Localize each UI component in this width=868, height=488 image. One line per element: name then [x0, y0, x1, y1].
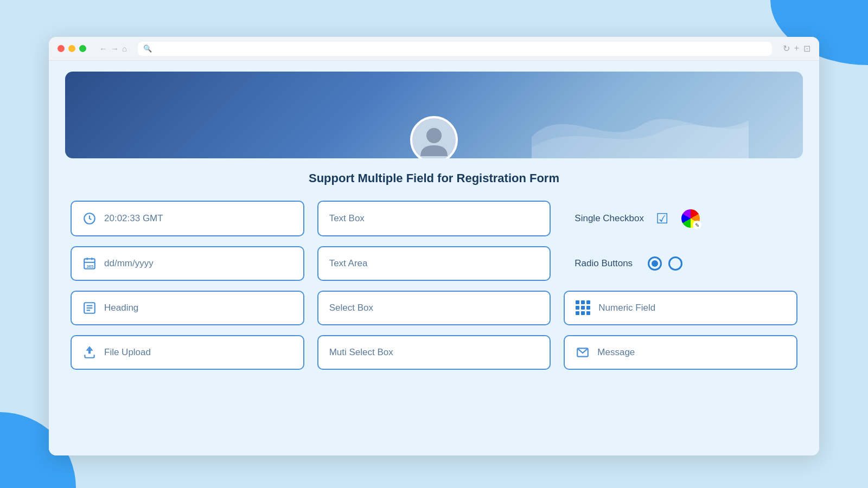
fields-grid: 20:02:33 GMT Text Box Single Checkbox ☑ …	[65, 201, 803, 370]
profile-avatar-wrapper	[410, 116, 458, 158]
traffic-lights	[58, 45, 86, 52]
maximize-button[interactable]	[79, 45, 86, 52]
browser-actions: ↻ + ⊡	[783, 43, 810, 54]
field-text-box[interactable]: Text Box	[317, 201, 551, 236]
clock-icon	[82, 211, 97, 226]
field-numeric-label: Numeric Field	[598, 303, 655, 313]
field-radio-label: Radio Buttons	[575, 258, 633, 269]
profile-banner	[65, 72, 803, 158]
banner-wave	[532, 93, 749, 158]
minimize-button[interactable]	[68, 45, 75, 52]
radio-selected-icon	[648, 256, 662, 271]
dots-icon	[576, 300, 591, 316]
close-button[interactable]	[58, 45, 65, 52]
field-file-upload[interactable]: File Upload	[71, 335, 304, 370]
field-time[interactable]: 20:02:33 GMT	[71, 201, 304, 236]
field-checkbox[interactable]: Single Checkbox ☑ ✎	[564, 201, 797, 236]
field-radio[interactable]: Radio Buttons	[564, 246, 797, 281]
address-bar[interactable]: 🔍	[138, 42, 772, 56]
calendar-icon: 365	[82, 256, 97, 271]
page-title: Support Multiple Field for Registration …	[65, 171, 803, 185]
browser-titlebar: ← → ⌂ 🔍 ↻ + ⊡	[49, 37, 819, 61]
heading-icon	[82, 301, 97, 315]
field-numeric[interactable]: Numeric Field	[564, 291, 797, 325]
checkbox-icon: ☑	[656, 210, 668, 227]
field-date-label: dd/mm/yyyy	[104, 258, 154, 269]
field-message-label: Message	[597, 347, 635, 358]
field-message[interactable]: Message	[564, 335, 797, 370]
field-text-area[interactable]: Text Area	[317, 246, 551, 281]
radio-empty-icon	[668, 256, 682, 271]
upload-icon	[82, 345, 97, 359]
field-time-label: 20:02:33 GMT	[104, 213, 163, 224]
new-tab-icon[interactable]: +	[794, 43, 799, 54]
svg-point-0	[426, 128, 442, 143]
avatar-silhouette	[415, 121, 453, 158]
field-heading-label: Heading	[104, 303, 138, 313]
field-text-box-label: Text Box	[329, 213, 365, 224]
field-select-box-label: Select Box	[329, 303, 373, 313]
envelope-icon	[576, 345, 590, 359]
field-multi-select-label: Muti Select Box	[329, 347, 393, 358]
home-icon[interactable]: ⌂	[122, 44, 127, 53]
back-icon[interactable]: ←	[99, 44, 107, 53]
field-heading[interactable]: Heading	[71, 291, 304, 325]
forward-icon[interactable]: →	[111, 44, 119, 53]
refresh-icon[interactable]: ↻	[783, 43, 790, 54]
field-text-area-label: Text Area	[329, 258, 368, 269]
browser-content: Support Multiple Field for Registration …	[49, 61, 819, 455]
tab-icon[interactable]: ⊡	[803, 43, 810, 54]
color-palette-icon: ✎	[681, 209, 700, 228]
field-multi-select[interactable]: Muti Select Box	[317, 335, 551, 370]
field-checkbox-label: Single Checkbox	[575, 213, 644, 224]
field-select-box[interactable]: Select Box	[317, 291, 551, 325]
browser-window: ← → ⌂ 🔍 ↻ + ⊡	[49, 37, 819, 455]
field-file-upload-label: File Upload	[104, 347, 151, 358]
field-date[interactable]: 365 dd/mm/yyyy	[71, 246, 304, 281]
profile-avatar	[410, 116, 458, 158]
search-icon: 🔍	[143, 44, 152, 53]
svg-text:365: 365	[87, 264, 94, 269]
nav-icons: ← → ⌂	[99, 44, 127, 53]
